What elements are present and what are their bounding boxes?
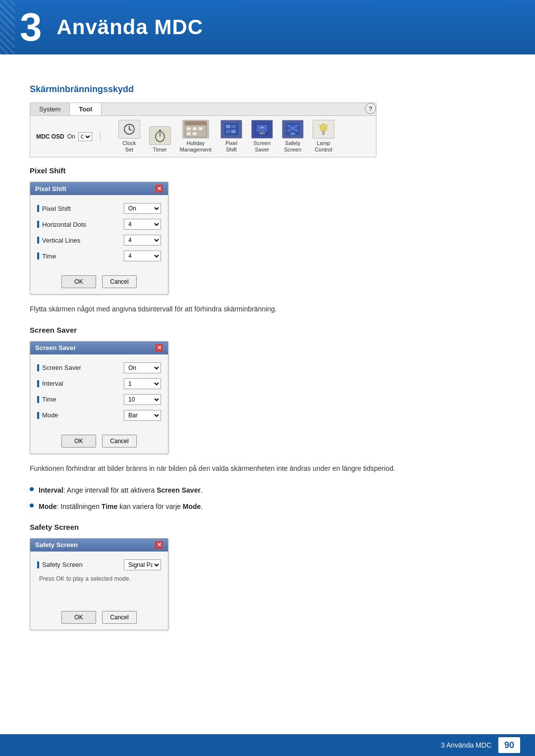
svg-point-3 (128, 129, 130, 130)
pixel-shift-close[interactable]: ✕ (155, 185, 163, 193)
screen-saver-select-3[interactable]: BarPixelFade (124, 410, 161, 421)
osd-value: On (67, 133, 75, 140)
holiday-label: HolidayManagement (180, 140, 212, 153)
toolbar-icon-safety-screen[interactable]: SafetyScreen (282, 120, 304, 153)
screen-saver-row-0: Screen Saver OnOff (37, 362, 161, 373)
svg-line-30 (327, 125, 328, 126)
safety-screen-dialog: Safety Screen ✕ Safety Screen Signal Pat… (30, 538, 168, 630)
svg-rect-12 (199, 127, 203, 130)
screen-saver-label-3: Mode (37, 411, 58, 419)
pixel-shift-row-0: Pixel Shift OnOff (37, 203, 161, 214)
pixel-shift-select-2[interactable]: 4123 (124, 235, 161, 246)
help-button[interactable]: ? (365, 103, 376, 114)
tab-tool[interactable]: Tool (70, 103, 101, 115)
pixel-shift-select-0[interactable]: OnOff (124, 203, 161, 214)
toolbar-icon-holiday[interactable]: HolidayManagement (180, 120, 212, 153)
safety-screen-heading: Safety Screen (30, 523, 505, 531)
bullet-mode: Mode: Inställningen Time kan variera för… (30, 501, 505, 512)
screen-saver-heading: Screen Saver (30, 326, 505, 334)
toolbar-icons: ClockSet Timer (110, 120, 334, 153)
svg-point-22 (261, 132, 264, 135)
toolbar-tabs: System Tool ? (30, 103, 376, 116)
screen-saver-row-3: Mode BarPixelFade (37, 410, 161, 421)
clock-set-label: ClockSet (122, 140, 136, 153)
bullet-dot-2 (30, 504, 34, 507)
screen-saver-dialog: Screen Saver ✕ Screen Saver OnOff Interv… (30, 341, 168, 454)
screen-saver-row-2: Time 1051520 (37, 394, 161, 405)
screen-saver-label: ScreenSaver (253, 140, 270, 153)
svg-rect-18 (226, 130, 230, 133)
screen-saver-label-1: Interval (37, 380, 63, 387)
timer-icon (149, 126, 171, 145)
row-bar (37, 396, 39, 403)
screen-saver-close[interactable]: ✕ (155, 344, 163, 352)
lamp-svg (316, 122, 331, 136)
toolbar-icon-clock-set[interactable]: ClockSet (118, 120, 140, 153)
toolbar-icon-lamp-control[interactable]: LampControl (313, 120, 334, 153)
safety-screen-row-0: Safety Screen Signal Patt...All WhiteScr… (37, 559, 161, 570)
toolbar-body: MDC OSD On OnOff (30, 116, 376, 157)
footer-text: 3 Använda MDC (441, 741, 491, 749)
toolbar-panel: System Tool ? MDC OSD On OnOff (30, 102, 376, 157)
toolbar-icon-pixel-shift[interactable]: PixelShift (220, 120, 242, 153)
toolbar-icon-screen-saver[interactable]: ScreenSaver (251, 120, 273, 153)
screen-saver-ok[interactable]: OK (61, 435, 96, 448)
row-bar (37, 364, 39, 371)
row-bar (37, 412, 39, 419)
pixel-shift-label-1: Horizontal Dots (37, 221, 86, 228)
pixel-shift-dialog: Pixel Shift ✕ Pixel Shift OnOff Horizont… (30, 182, 168, 295)
pixel-shift-icon (220, 120, 242, 139)
chapter-title: Använda MDC (57, 15, 204, 39)
toolbar-icon-timer[interactable]: Timer (149, 126, 171, 153)
pixel-shift-label: PixelShift (225, 140, 237, 153)
row-bar (37, 561, 39, 568)
safety-screen-body: Safety Screen Signal Patt...All WhiteScr… (30, 552, 168, 607)
pixel-shift-footer: OK Cancel (30, 271, 168, 294)
clock-svg (121, 122, 137, 136)
pixel-shift-titlebar: Pixel Shift ✕ (30, 182, 168, 195)
screen-saver-select-0[interactable]: OnOff (124, 362, 161, 373)
svg-point-26 (320, 124, 327, 131)
pixel-shift-select-3[interactable]: 4123 (124, 251, 161, 261)
safety-screen-label: SafetyScreen (284, 140, 301, 153)
holiday-svg (184, 120, 208, 138)
osd-dropdown[interactable]: OnOff (78, 132, 92, 141)
safety-screen-ok[interactable]: OK (61, 611, 96, 624)
row-bar (37, 205, 39, 212)
pixel-shift-ok[interactable]: OK (61, 275, 96, 288)
pixel-shift-label-0: Pixel Shift (37, 205, 71, 212)
lamp-control-label: LampControl (315, 140, 332, 153)
main-content: Skärminbränningsskydd System Tool ? MDC … (0, 54, 535, 669)
safety-screen-close[interactable]: ✕ (155, 541, 163, 549)
pixel-shift-select-1[interactable]: 4123 (124, 219, 161, 230)
screen-saver-body: Screen Saver OnOff Interval 123 Time (30, 354, 168, 431)
header-diagonal (0, 0, 15, 54)
screen-saver-select-1[interactable]: 123 (124, 378, 161, 389)
clock-set-icon (118, 120, 140, 139)
row-bar (37, 221, 39, 228)
section-heading: Skärminbränningsskydd (30, 84, 505, 95)
screen-saver-select-2[interactable]: 1051520 (124, 394, 161, 405)
pixel-shift-cancel[interactable]: Cancel (102, 275, 137, 288)
safety-screen-cancel[interactable]: Cancel (102, 611, 137, 624)
safety-screen-icon (282, 120, 304, 139)
safety-screen-titlebar: Safety Screen ✕ (30, 539, 168, 552)
svg-rect-9 (185, 121, 207, 125)
bullet-interval-bold: Screen Saver (157, 486, 201, 494)
pixel-shift-label-3: Time (37, 252, 56, 260)
safety-screen-select-0[interactable]: Signal Patt...All WhiteScroll (124, 559, 161, 570)
screen-saver-description: Funktionen förhindrar att bilder bränns … (30, 463, 436, 474)
osd-label: MDC OSD (36, 133, 64, 140)
svg-line-29 (319, 125, 320, 126)
bullet-interval: Interval: Ange intervall för att aktiver… (30, 485, 505, 496)
screen-saver-cancel[interactable]: Cancel (102, 435, 137, 448)
safety-screen-footer: OK Cancel (30, 607, 168, 630)
timer-svg (152, 129, 168, 143)
pixel-shift-row-3: Time 4123 (37, 251, 161, 261)
svg-rect-13 (187, 132, 191, 135)
bullet-mode-bold: Mode (183, 503, 201, 510)
tab-system[interactable]: System (30, 103, 70, 115)
svg-rect-11 (193, 127, 197, 130)
pixel-shift-heading: Pixel Shift (30, 166, 505, 175)
screen-svg (254, 122, 270, 136)
